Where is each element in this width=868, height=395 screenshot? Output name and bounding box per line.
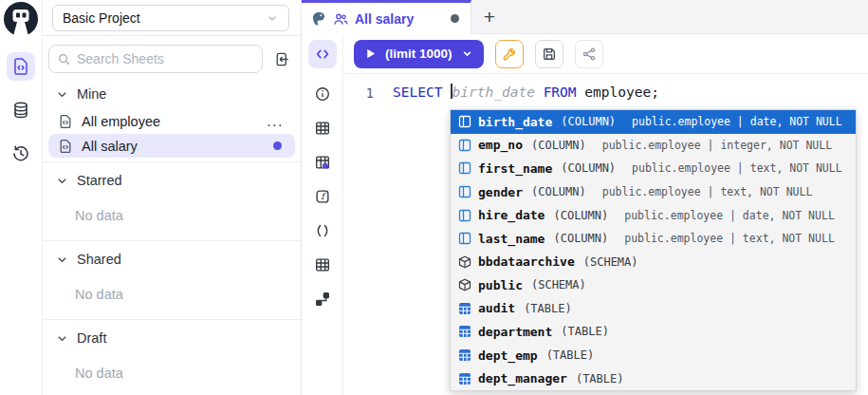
rail-sheets-button[interactable] <box>7 52 35 81</box>
table-solid-icon <box>458 348 471 362</box>
section-header-shared[interactable]: Shared <box>43 243 301 274</box>
autocomplete-item-birth_date[interactable]: birth_date(COLUMN)public.employee | date… <box>451 110 856 134</box>
autocomplete-kind: (TABLE) <box>524 302 572 315</box>
autocomplete-item-first_name[interactable]: first_name(COLUMN)public.employee | text… <box>451 157 856 180</box>
tab-bar: All salary + <box>302 0 868 34</box>
autocomplete-item-last_name[interactable]: last_name(COLUMN)public.employee | text,… <box>451 227 856 251</box>
autocomplete-detail: public.employee | text, NOT NULL <box>632 161 842 175</box>
sheet-icon <box>58 139 73 154</box>
column-icon <box>458 161 471 175</box>
active-sheet-dot <box>273 141 282 150</box>
code-icon <box>314 46 331 63</box>
editor-rail-table-assist-button[interactable] <box>308 148 337 177</box>
editor-rail-schema-flow-button[interactable] <box>308 285 337 313</box>
autocomplete-detail: public.employee | date, NOT NULL <box>632 115 842 128</box>
search-input[interactable] <box>77 51 254 66</box>
table-solid-icon <box>458 302 471 315</box>
autocomplete-label: public <box>478 278 523 292</box>
autocomplete-kind: (COLUMN) <box>553 209 608 222</box>
autocomplete-kind: (TABLE) <box>546 348 595 362</box>
editor-rail: f <box>302 34 343 395</box>
save-button[interactable] <box>535 40 563 68</box>
section-label: Draft <box>77 330 106 346</box>
table-grid-icon <box>314 256 331 273</box>
column-icon <box>458 139 471 152</box>
column-icon <box>458 232 471 245</box>
table-solid-icon <box>458 372 471 386</box>
editor-rail-variables-button[interactable] <box>308 216 337 245</box>
autocomplete-label: gender <box>478 185 523 199</box>
rail-history-button[interactable] <box>7 140 35 168</box>
autocomplete-kind: (TABLE) <box>576 372 624 386</box>
sheet-item-all-salary[interactable]: All salary <box>48 134 295 158</box>
history-icon <box>11 144 30 163</box>
section-header-mine[interactable]: Mine <box>43 78 301 109</box>
code-token-keyword: FROM <box>544 85 585 100</box>
column-icon <box>458 115 471 128</box>
app-logo-icon[interactable] <box>3 1 39 37</box>
format-wrench-button[interactable] <box>495 40 524 68</box>
code-token-ghost: birth_date <box>452 85 544 100</box>
database-icon <box>11 101 30 120</box>
search-box <box>48 45 263 73</box>
autocomplete-item-dept_emp[interactable]: dept_emp(TABLE) <box>451 344 856 367</box>
autocomplete-label: birth_date <box>478 115 552 129</box>
share-button[interactable] <box>575 40 603 68</box>
item-menu-button[interactable]: ... <box>267 113 287 130</box>
autocomplete-kind: (SCHEMA) <box>531 278 586 292</box>
autocomplete-kind: (COLUMN) <box>531 185 586 198</box>
rail-database-button[interactable] <box>7 96 35 124</box>
autocomplete-item-public[interactable]: public(SCHEMA) <box>451 273 856 297</box>
chevron-down-icon <box>56 332 68 345</box>
postgres-icon <box>311 11 326 27</box>
tab-modified-dot <box>451 14 459 23</box>
section-header-starred[interactable]: Starred <box>43 164 301 196</box>
play-icon <box>364 47 377 60</box>
code-text: SELECT birth_date FROM employee; <box>393 83 659 103</box>
autocomplete-dropdown: birth_date(COLUMN)public.employee | date… <box>450 109 857 391</box>
tab-all-salary[interactable]: All salary <box>302 0 471 34</box>
autocomplete-item-hire_date[interactable]: hire_date(COLUMN)public.employee | date,… <box>451 203 856 227</box>
autocomplete-item-emp_no[interactable]: emp_no(COLUMN)public.employee | integer,… <box>451 134 856 158</box>
editor-rail-code-button[interactable] <box>308 40 337 68</box>
wrench-icon <box>502 47 517 62</box>
section-divider <box>43 161 301 162</box>
autocomplete-kind: (COLUMN) <box>561 161 616 175</box>
editor-rail-functions-button[interactable]: f <box>308 182 337 211</box>
autocomplete-label: department <box>478 325 552 339</box>
chevron-down-icon <box>56 88 68 101</box>
schema-flow-icon <box>314 291 331 308</box>
autocomplete-label: emp_no <box>478 138 523 152</box>
sheet-item-all-employee[interactable]: All employee... <box>48 109 295 133</box>
run-chevron-down-icon[interactable] <box>461 47 473 60</box>
autocomplete-label: bbdataarchive <box>478 254 575 269</box>
autocomplete-item-gender[interactable]: gender(COLUMN)public.employee | text, NO… <box>451 180 856 204</box>
section-label: Shared <box>77 252 121 267</box>
svg-text:f: f <box>321 191 326 201</box>
run-query-button[interactable]: (limit 1000) <box>354 40 484 68</box>
autocomplete-detail: public.employee | text, NOT NULL <box>602 185 813 198</box>
editor-rail-info-button[interactable] <box>308 80 337 108</box>
file-code-icon <box>11 57 30 76</box>
app-window: Basic Project MineAll employee...All sal… <box>0 0 868 395</box>
project-select-value: Basic Project <box>63 10 140 26</box>
collapse-sidebar-icon[interactable] <box>268 47 293 71</box>
autocomplete-label: hire_date <box>478 208 545 222</box>
search-icon <box>57 52 71 66</box>
line-number: 1 <box>357 83 374 103</box>
autocomplete-item-audit[interactable]: audit(TABLE) <box>451 297 856 321</box>
project-select[interactable]: Basic Project <box>52 5 289 31</box>
section-header-draft[interactable]: Draft <box>43 322 301 353</box>
editor-rail-results-table-button[interactable] <box>308 114 337 142</box>
new-tab-button[interactable]: + <box>471 0 508 33</box>
search-row <box>43 36 301 78</box>
code-token-keyword: SELECT <box>393 85 451 100</box>
section-label: Mine <box>77 86 106 102</box>
autocomplete-detail: public.employee | text, NOT NULL <box>624 232 835 245</box>
editor-rail-tables-button[interactable] <box>308 251 337 279</box>
autocomplete-item-bbdataarchive[interactable]: bbdataarchive(SCHEMA) <box>451 250 856 273</box>
autocomplete-kind: (COLUMN) <box>561 115 616 128</box>
autocomplete-label: dept_manager <box>478 371 567 386</box>
autocomplete-item-department[interactable]: department(TABLE) <box>451 320 856 344</box>
autocomplete-item-dept_manager[interactable]: dept_manager(TABLE) <box>451 367 856 390</box>
